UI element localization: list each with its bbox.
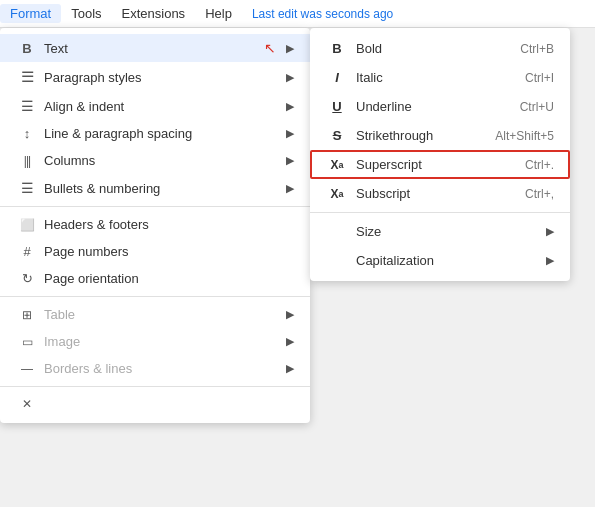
align-arrow: ▶ [286, 100, 294, 113]
superscript-icon: Xa [326, 158, 348, 172]
bullets-arrow: ▶ [286, 182, 294, 195]
strikethrough-shortcut: Alt+Shift+5 [495, 129, 554, 143]
subscript-shortcut: Ctrl+, [525, 187, 554, 201]
menu-bar: Format Tools Extensions Help Last edit w… [0, 0, 595, 28]
size-label: Size [356, 224, 538, 239]
text-submenu: B Bold Ctrl+B I Italic Ctrl+I U Underlin… [310, 28, 570, 281]
page-numbers-icon: # [16, 244, 38, 259]
page-numbers-label: Page numbers [44, 244, 294, 259]
borders-icon: — [16, 362, 38, 376]
format-menu-item-headers[interactable]: ⬜ Headers & footers [0, 211, 310, 238]
submenu-item-size[interactable]: Size ▶ [310, 217, 570, 246]
superscript-shortcut: Ctrl+. [525, 158, 554, 172]
format-menu-item-table[interactable]: ⊞ Table ▶ [0, 301, 310, 328]
image-arrow: ▶ [286, 335, 294, 348]
page-orientation-label: Page orientation [44, 271, 294, 286]
spacing-arrow: ▶ [286, 127, 294, 140]
paragraph-label: Paragraph styles [44, 70, 278, 85]
format-menu-item-text[interactable]: B Text ↖ ▶ [0, 34, 310, 62]
submenu-item-subscript[interactable]: Xa Subscript Ctrl+, [310, 179, 570, 208]
columns-arrow: ▶ [286, 154, 294, 167]
bold-icon: B [326, 41, 348, 56]
subscript-icon: Xa [326, 187, 348, 201]
borders-arrow: ▶ [286, 362, 294, 375]
format-menu-item-align[interactable]: ☰ Align & indent ▶ [0, 92, 310, 120]
format-menu-item-columns[interactable]: ||| Columns ▶ [0, 147, 310, 174]
sub-divider-1 [310, 212, 570, 213]
underline-icon: U [326, 99, 348, 114]
columns-icon: ||| [16, 154, 38, 168]
format-menu: B Text ↖ ▶ ☰ Paragraph styles ▶ ☰ Align … [0, 28, 310, 423]
align-label: Align & indent [44, 99, 278, 114]
paragraph-icon: ☰ [16, 68, 38, 86]
format-menu-item-bullets[interactable]: ☰ Bullets & numbering ▶ [0, 174, 310, 202]
submenu-item-strikethrough[interactable]: S Strikethrough Alt+Shift+5 [310, 121, 570, 150]
spacing-icon: ↕ [16, 126, 38, 141]
divider-3 [0, 386, 310, 387]
format-menu-item-spacing[interactable]: ↕ Line & paragraph spacing ▶ [0, 120, 310, 147]
format-menu-item-borders[interactable]: — Borders & lines ▶ [0, 355, 310, 382]
table-label: Table [44, 307, 278, 322]
text-format-label: Text [44, 41, 264, 56]
image-label: Image [44, 334, 278, 349]
format-menu-item-image[interactable]: ▭ Image ▶ [0, 328, 310, 355]
submenu-item-bold[interactable]: B Bold Ctrl+B [310, 34, 570, 63]
menu-tools[interactable]: Tools [61, 4, 111, 23]
text-submenu-arrow: ▶ [286, 42, 294, 55]
size-arrow: ▶ [546, 225, 554, 238]
italic-icon: I [326, 70, 348, 85]
format-menu-item-paragraph[interactable]: ☰ Paragraph styles ▶ [0, 62, 310, 92]
format-menu-item-clear[interactable]: ✕ [0, 391, 310, 417]
bold-shortcut: Ctrl+B [520, 42, 554, 56]
format-menu-item-page-numbers[interactable]: # Page numbers [0, 238, 310, 265]
table-arrow: ▶ [286, 308, 294, 321]
submenu-item-underline[interactable]: U Underline Ctrl+U [310, 92, 570, 121]
capitalization-label: Capitalization [356, 253, 538, 268]
paragraph-arrow: ▶ [286, 71, 294, 84]
table-icon: ⊞ [16, 308, 38, 322]
align-icon: ☰ [16, 98, 38, 114]
submenu-item-italic[interactable]: I Italic Ctrl+I [310, 63, 570, 92]
borders-label: Borders & lines [44, 361, 278, 376]
bold-label: Bold [356, 41, 520, 56]
image-icon: ▭ [16, 335, 38, 349]
underline-shortcut: Ctrl+U [520, 100, 554, 114]
menu-extensions[interactable]: Extensions [112, 4, 196, 23]
menu-help[interactable]: Help [195, 4, 242, 23]
divider-2 [0, 296, 310, 297]
page-orientation-icon: ↻ [16, 271, 38, 286]
menu-format[interactable]: Format [0, 4, 61, 23]
submenu-item-superscript[interactable]: Xa Superscript Ctrl+. [310, 150, 570, 179]
italic-shortcut: Ctrl+I [525, 71, 554, 85]
strikethrough-icon: S [326, 128, 348, 143]
headers-label: Headers & footers [44, 217, 294, 232]
superscript-label: Superscript [356, 157, 525, 172]
text-format-icon: B [16, 41, 38, 56]
clear-icon: ✕ [16, 397, 38, 411]
headers-icon: ⬜ [16, 218, 38, 232]
divider-1 [0, 206, 310, 207]
bullets-label: Bullets & numbering [44, 181, 278, 196]
last-edit-text: Last edit was seconds ago [252, 7, 393, 21]
italic-label: Italic [356, 70, 525, 85]
strikethrough-label: Strikethrough [356, 128, 495, 143]
format-menu-item-page-orientation[interactable]: ↻ Page orientation [0, 265, 310, 292]
bullets-icon: ☰ [16, 180, 38, 196]
underline-label: Underline [356, 99, 520, 114]
spacing-label: Line & paragraph spacing [44, 126, 278, 141]
subscript-label: Subscript [356, 186, 525, 201]
capitalization-arrow: ▶ [546, 254, 554, 267]
submenu-item-capitalization[interactable]: Capitalization ▶ [310, 246, 570, 275]
columns-label: Columns [44, 153, 278, 168]
red-arrow-icon: ↖ [264, 40, 276, 56]
